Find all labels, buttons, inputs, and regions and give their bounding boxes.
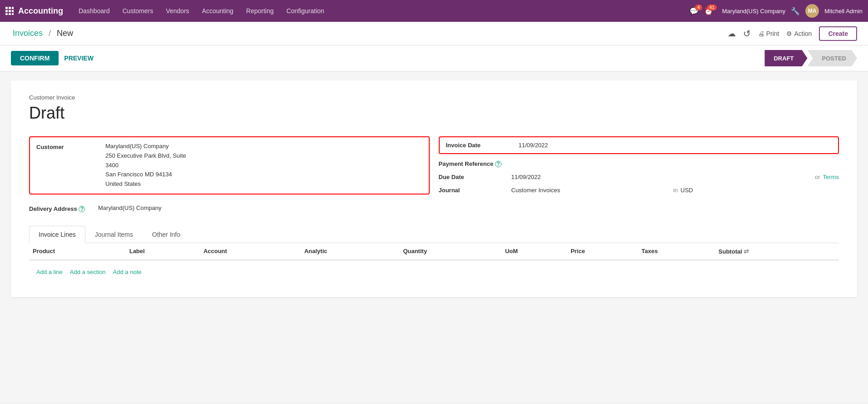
breadcrumb-separator: / — [49, 29, 51, 38]
nav-customers[interactable]: Customers — [116, 0, 160, 22]
customer-label: Customer — [36, 142, 100, 150]
right-fields: Invoice Date 11/09/2022 Payment Referenc… — [439, 136, 839, 194]
customer-field-box: Customer Maryland(US) Company 250 Execut… — [29, 136, 430, 195]
print-button[interactable]: 🖨 Print — [758, 30, 779, 37]
user-name: Mitchell Admin — [824, 8, 863, 15]
app-brand: Accounting — [18, 6, 63, 16]
nav-configuration[interactable]: Configuration — [280, 0, 331, 22]
add-section-link[interactable]: Add a section — [70, 269, 106, 275]
nav-reporting[interactable]: Reporting — [240, 0, 280, 22]
nav-dashboard[interactable]: Dashboard — [72, 0, 116, 22]
invoice-date-box: Invoice Date 11/09/2022 — [439, 136, 839, 154]
customer-addr2: 3400 — [105, 161, 422, 170]
payment-reference-row: Payment Reference ? — [439, 160, 839, 167]
create-button[interactable]: Create — [819, 26, 857, 41]
col-account: Account — [200, 243, 301, 260]
status-draft[interactable]: DRAFT — [764, 50, 807, 66]
delivery-label: Delivery Address ? — [29, 204, 93, 212]
top-navigation: Accounting Dashboard Customers Vendors A… — [0, 0, 868, 22]
svg-rect-8 — [12, 13, 14, 15]
svg-rect-7 — [9, 13, 11, 15]
delivery-value[interactable]: Maryland(US) Company — [98, 204, 430, 211]
due-date-value[interactable]: 11/09/2022 — [511, 174, 812, 180]
invoice-type-label: Customer Invoice — [29, 94, 839, 101]
breadcrumb-current: New — [57, 29, 73, 38]
customer-addr1: 250 Executive Park Blvd, Suite — [105, 151, 422, 161]
journal-in: in — [673, 187, 678, 194]
customer-value[interactable]: Maryland(US) Company 250 Executive Park … — [105, 142, 422, 189]
confirm-button[interactable]: CONFIRM — [11, 51, 59, 65]
action-bar-left: CONFIRM PREVIEW — [11, 51, 94, 65]
clock-icon[interactable]: ⏰ 41 — [704, 7, 713, 15]
add-note-link[interactable]: Add a note — [113, 269, 142, 275]
main-nav-links: Dashboard Customers Vendors Accounting R… — [72, 0, 689, 22]
delivery-address-field: Delivery Address ? Maryland(US) Company — [29, 204, 430, 212]
col-subtotal: Subtotal ⇄ — [715, 243, 839, 260]
invoice-date-value[interactable]: 11/09/2022 — [519, 142, 832, 149]
support-icon[interactable]: 💬 4 — [689, 7, 699, 15]
status-pipeline: DRAFT POSTED — [764, 50, 857, 66]
tab-invoice-lines[interactable]: Invoice Lines — [29, 226, 85, 243]
due-date-or: or — [815, 174, 820, 180]
clock-badge: 41 — [707, 5, 717, 10]
nav-right-section: 💬 4 ⏰ 41 Maryland(US) Company 🔧 MA Mitch… — [689, 4, 863, 18]
svg-rect-3 — [5, 10, 8, 12]
customer-addr4: United States — [105, 180, 422, 189]
settings-icon[interactable]: 🔧 — [791, 7, 800, 15]
gear-icon: ⚙ — [786, 30, 792, 37]
journal-value[interactable]: Customer Invoices — [511, 187, 670, 194]
svg-rect-2 — [12, 7, 14, 9]
payment-reference-label: Payment Reference ? — [439, 160, 511, 167]
svg-rect-1 — [9, 7, 11, 9]
svg-rect-6 — [5, 13, 8, 15]
invoice-table: Product Label Account Analytic Quantity … — [29, 243, 839, 284]
apps-grid-icon[interactable] — [5, 7, 14, 15]
company-name: Maryland(US) Company — [722, 8, 785, 15]
breadcrumb-parent[interactable]: Invoices — [13, 29, 43, 38]
tab-journal-items[interactable]: Journal Items — [85, 226, 143, 243]
invoice-status-title: Draft — [29, 104, 839, 123]
add-line-link[interactable]: Add a line — [36, 269, 63, 275]
svg-rect-4 — [9, 10, 11, 12]
add-links: Add a line Add a section Add a note — [33, 264, 835, 280]
terms-link[interactable]: Terms — [823, 174, 839, 180]
payment-ref-help-icon[interactable]: ? — [495, 161, 501, 167]
svg-rect-0 — [5, 7, 8, 9]
journal-row: Journal Customer Invoices in USD — [439, 187, 839, 194]
customer-addr3: San Francisco MD 94134 — [105, 170, 422, 180]
form-grid: Customer Maryland(US) Company 250 Execut… — [29, 136, 839, 212]
refresh-icon[interactable]: ↺ — [743, 28, 751, 39]
preview-button[interactable]: PREVIEW — [64, 55, 94, 62]
upload-icon[interactable]: ☁ — [728, 29, 736, 39]
main-content: Customer Invoice Draft Customer Maryland… — [0, 71, 868, 403]
due-date-label: Due Date — [439, 174, 511, 180]
table-add-row: Add a line Add a section Add a note — [29, 260, 839, 284]
action-button[interactable]: ⚙ Action — [786, 30, 812, 37]
col-product: Product — [29, 243, 126, 260]
sub-header: Invoices / New ☁ ↺ 🖨 Print ⚙ Action Crea… — [0, 22, 868, 45]
form-left: Customer Maryland(US) Company 250 Execut… — [29, 136, 430, 212]
col-price: Price — [567, 243, 638, 260]
table-header-row: Product Label Account Analytic Quantity … — [29, 243, 839, 260]
breadcrumb: Invoices / New — [11, 29, 75, 38]
printer-icon: 🖨 — [758, 30, 764, 37]
invoice-card: Customer Invoice Draft Customer Maryland… — [11, 80, 857, 297]
invoice-date-label: Invoice Date — [446, 142, 519, 149]
col-analytic: Analytic — [301, 243, 399, 260]
tabs: Invoice Lines Journal Items Other Info — [29, 226, 839, 243]
nav-vendors[interactable]: Vendors — [159, 0, 195, 22]
avatar[interactable]: MA — [805, 4, 819, 18]
tab-other-info[interactable]: Other Info — [143, 226, 190, 243]
delivery-help-icon[interactable]: ? — [79, 206, 85, 212]
nav-accounting[interactable]: Accounting — [196, 0, 240, 22]
col-uom: UoM — [501, 243, 567, 260]
svg-rect-5 — [12, 10, 14, 12]
status-posted[interactable]: POSTED — [808, 50, 857, 66]
journal-label: Journal — [439, 187, 511, 194]
action-bar: CONFIRM PREVIEW DRAFT POSTED — [0, 45, 868, 71]
col-taxes: Taxes — [638, 243, 715, 260]
col-quantity: Quantity — [399, 243, 501, 260]
journal-currency: USD — [680, 187, 839, 194]
subtotal-settings-icon[interactable]: ⇄ — [744, 248, 749, 255]
col-label: Label — [126, 243, 200, 260]
